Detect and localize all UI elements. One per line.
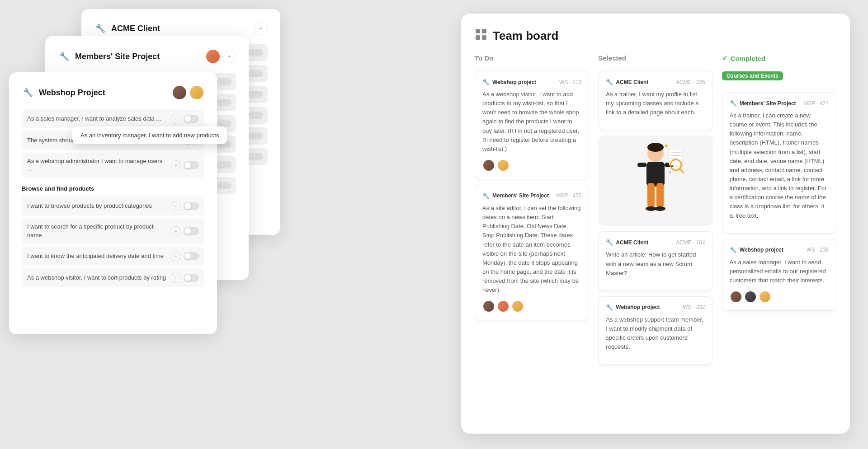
kanban-card-comp-2-header: 🔧 Webshop project WS · 238 [730,247,829,253]
browse-text-3: I want to know the anticipated delivery … [27,252,167,260]
acme-avatars: + [254,22,268,35]
comp-2-body: As a sales manager, I want to send perso… [730,258,829,285]
card-members-title-group: 🔧 Members' Site Project [58,50,160,63]
browse-controls-1: + [171,201,199,211]
kanban-card-comp-1-header: 🔧 Members' Site Project MSP · 421 [730,100,829,107]
illustration-card: ✦ ✦ [598,136,712,226]
webshop-icon: 🔧 [22,86,34,99]
svg-rect-3 [482,35,486,40]
sel-1-body: As a trainer, I want my profile to list … [606,90,705,117]
card-webshop-header: 🔧 Webshop Project [22,85,204,100]
card-webshop: 🔧 Webshop Project As a sales manager, I … [9,72,217,334]
browse-avatar-add-2[interactable]: + [171,226,181,236]
tooltip-text: As an inventory manager, I want to add n… [80,132,219,139]
comp-1-ticket: MSP · 421 [803,100,829,107]
card-acme-title-group: 🔧 ACME Client [94,22,160,35]
sel-4-ticket: WS · 232 [683,304,705,310]
browse-toggle-1[interactable] [184,202,199,210]
sel-1-project-icon: 🔧 [606,79,613,85]
kanban-card-sel-1[interactable]: 🔧 ACME Client ACME · 225 As a trainer, I… [598,71,712,130]
browse-toggle-3[interactable] [184,252,199,260]
comp-2-ticket: WS · 238 [807,247,829,253]
browse-avatar-add-4[interactable]: + [171,273,181,283]
browse-controls-3: + [171,251,199,261]
svg-rect-6 [646,162,665,187]
todo-1-avatar-1 [482,159,495,172]
todo-1-project: Webshop project [492,79,536,85]
todo-2-avatar-1 [482,300,495,313]
board-columns: To Do 🔧 Webshop project WS · 213 As a we… [475,54,836,419]
kanban-card-todo-2[interactable]: 🔧 Members' Site Project MSP · 456 As a s… [475,185,589,320]
col-selected: Selected 🔧 ACME Client ACME · 225 As a t… [598,54,712,419]
todo-2-project-icon: 🔧 [482,192,490,199]
comp-2-avatar-1 [730,290,742,303]
completed-badge: Courses and Events [722,71,783,80]
kanban-card-comp-2[interactable]: 🔧 Webshop project WS · 238 As a sales ma… [722,239,836,311]
svg-text:✦: ✦ [668,170,672,175]
svg-line-18 [679,168,684,173]
story-avatar-add-1[interactable]: + [171,114,181,124]
kanban-card-sel-4-header: 🔧 Webshop project WS · 232 [606,304,705,311]
acme-add-avatar[interactable]: + [254,22,268,35]
todo-2-ticket: MSP · 456 [557,192,582,199]
members-avatar-1 [205,49,221,64]
acme-title: ACME Client [111,24,160,33]
browse-toggle-4[interactable] [184,274,199,282]
svg-point-10 [655,206,665,211]
browse-text-4: As a webshop visitor, I want to sort pro… [27,274,167,282]
card-members-header: 🔧 Members' Site Project + [58,49,236,64]
story-toggle-3[interactable] [184,161,199,169]
todo-1-ticket: WS · 213 [559,79,581,85]
sel-3-body: Write an article: How to get started wit… [606,250,705,277]
cards-stack: 🔧 ACME Client + [0,0,307,449]
story-row-3: As a webshop administrator I want to man… [22,153,204,178]
kanban-card-sel-1-header: 🔧 ACME Client ACME · 225 [606,79,705,85]
story-row-1: As a sales manager, I want to analyze sa… [22,109,204,128]
kanban-card-sel-3[interactable]: 🔧 ACME Client ACME · 164 Write an articl… [598,231,712,290]
todo-2-avatar-3 [511,300,524,313]
board-title: Team board [493,29,558,43]
story-avatar-add-3[interactable]: + [171,160,181,170]
col-completed: ✓ Completed Courses and Events 🔧 Members… [722,54,836,419]
acme-icon: 🔧 [94,22,107,35]
comp-1-body: As a trainer, I can create a new course … [730,111,829,220]
browse-avatar-add-3[interactable]: + [171,251,181,261]
sel-4-project: Webshop project [616,304,660,310]
comp-1-project: Members' Site Project [740,100,796,107]
kanban-card-todo-2-header: 🔧 Members' Site Project MSP · 456 [482,192,581,199]
scene: 🔧 ACME Client + [0,0,868,449]
members-avatars: + [205,49,236,64]
tooltip-popup: As an inventory manager, I want to add n… [72,126,227,144]
members-add-avatar[interactable]: + [222,50,236,63]
todo-1-footer [482,159,581,172]
webshop-avatar-2 [189,85,204,100]
col-todo: To Do 🔧 Webshop project WS · 213 As a we… [475,54,589,419]
todo-2-body: As a site editor, I can set the followin… [482,204,581,295]
story-toggle-1[interactable] [184,115,199,123]
kanban-card-sel-4[interactable]: 🔧 Webshop project WS · 232 As a webshop … [598,296,712,365]
comp-2-footer [730,290,829,303]
board-header: Team board [475,28,836,43]
svg-text:✦: ✦ [664,142,669,150]
browse-controls-4: + [171,273,199,283]
kanban-card-comp-1[interactable]: 🔧 Members' Site Project MSP · 421 As a t… [722,92,836,234]
browse-toggle-2[interactable] [184,227,199,235]
todo-2-footer [482,300,581,313]
sel-3-project-icon: 🔧 [606,239,613,246]
sel-1-ticket: ACME · 225 [676,79,705,85]
card-webshop-title-group: 🔧 Webshop Project [22,86,105,99]
kanban-card-todo-1-header: 🔧 Webshop project WS · 213 [482,79,581,85]
board-panel: Team board To Do 🔧 Webshop project WS · … [461,14,850,434]
svg-rect-1 [482,29,486,33]
sel-4-body: As a webshop support team member, I want… [606,315,705,352]
svg-rect-2 [476,35,480,40]
comp-2-avatar-2 [744,290,757,303]
webshop-avatars [172,85,204,100]
card-acme-header: 🔧 ACME Client + [94,22,268,35]
kanban-card-todo-1[interactable]: 🔧 Webshop project WS · 213 As a webshop … [475,71,589,179]
sel-3-ticket: ACME · 164 [676,239,705,246]
comp-1-project-icon: 🔧 [730,100,737,107]
browse-avatar-add-1[interactable]: + [171,201,181,211]
browse-row-4: As a webshop visitor, I want to sort pro… [22,268,204,287]
story-text-1: As a sales manager, I want to analyze sa… [27,115,167,123]
